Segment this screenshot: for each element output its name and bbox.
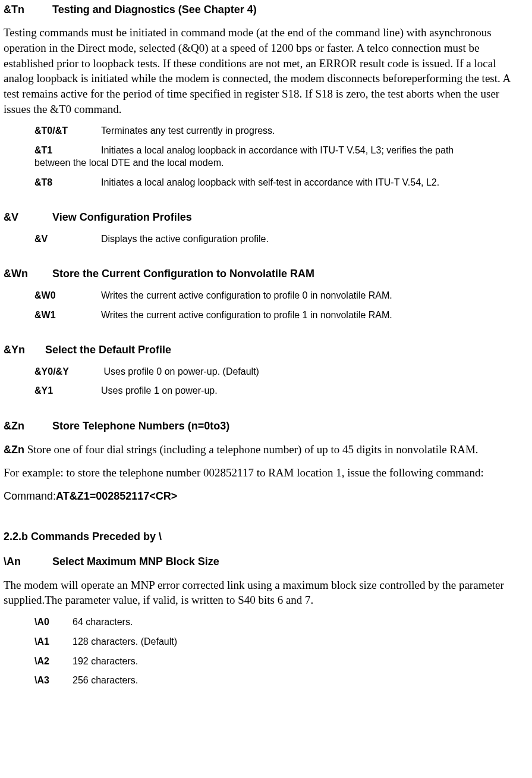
an-entry-0-cmd: \A0: [34, 616, 73, 629]
zn-para1-text: Store one of four dial strings (includin…: [24, 443, 479, 456]
heading-yn: &YnSelect the Default Profile: [4, 343, 528, 357]
wn-entry-0-cmd: &W0: [34, 290, 101, 302]
wn-entry-0-desc: Writes the current active configuration …: [101, 290, 392, 300]
tn-entry-0-cmd: &T0/&T: [34, 125, 101, 137]
heading-tn-title: Testing and Diagnostics (See Chapter 4): [52, 4, 257, 15]
heading-tn-cmd: &Tn: [4, 2, 52, 17]
tn-entry-0: &T0/&TTerminates any test currently in p…: [34, 125, 528, 137]
an-para: The modem will operate an MNP error corr…: [4, 578, 528, 608]
v-entry-0: &VDisplays the active configuration prof…: [34, 233, 528, 246]
tn-para: Testing commands must be initiated in co…: [4, 25, 528, 117]
an-entry-0-desc: 64 characters.: [73, 617, 133, 627]
v-entry-0-cmd: &V: [34, 233, 101, 246]
heading-zn-cmd: &Zn: [4, 419, 52, 433]
heading-tn: &TnTesting and Diagnostics (See Chapter …: [4, 2, 528, 17]
zn-para1: &Zn Store one of four dial strings (incl…: [4, 442, 528, 457]
heading-wn-title: Store the Current Configuration to Nonvo…: [52, 268, 314, 280]
v-entry-0-desc: Displays the active configuration profil…: [101, 234, 269, 244]
heading-an-title: Select Maximum MNP Block Size: [52, 556, 219, 567]
an-entry-2-desc: 192 characters.: [73, 656, 138, 666]
an-entry-3-desc: 256 characters.: [73, 675, 138, 685]
tn-entry-1-desc-a: Initiates a local analog loopback in acc…: [101, 145, 454, 155]
wn-entry-1-cmd: &W1: [34, 309, 101, 322]
heading-v-cmd: &V: [4, 210, 52, 224]
zn-para1-cmd: &Zn: [4, 444, 24, 456]
an-entry-2: \A2192 characters.: [34, 655, 528, 668]
heading-v: &VView Configuration Profiles: [4, 210, 528, 224]
yn-entry-0: &Y0/&Y Uses profile 0 on power-up. (Defa…: [34, 366, 528, 378]
an-entry-1-cmd: \A1: [34, 636, 73, 648]
yn-entry-0-cmd: &Y0/&Y: [34, 366, 101, 378]
wn-entry-0: &W0Writes the current active configurati…: [34, 290, 528, 302]
heading-wn: &WnStore the Current Configuration to No…: [4, 266, 528, 281]
zn-para2: For example: to store the telephone numb…: [4, 465, 528, 481]
wn-entry-1: &W1Writes the current active configurati…: [34, 309, 528, 322]
an-entry-2-cmd: \A2: [34, 655, 73, 668]
heading-yn-title: Select the Default Profile: [45, 344, 171, 356]
tn-entry-1-cmd: &T1: [34, 145, 101, 157]
heading-an: \AnSelect Maximum MNP Block Size: [4, 554, 528, 569]
tn-entry-2: &T8Initiates a local analog loopback wit…: [34, 177, 528, 189]
tn-entry-1-desc-b: between the local DTE and the local mode…: [34, 158, 223, 168]
tn-entry-1: &T1Initiates a local analog loopback in …: [34, 145, 528, 170]
heading-yn-cmd: &Yn: [4, 343, 45, 357]
heading-v-title: View Configuration Profiles: [52, 211, 192, 223]
an-entry-1-desc: 128 characters. (Default): [73, 636, 177, 647]
yn-entry-1-cmd: &Y1: [34, 385, 101, 397]
section-22b: 2.2.b Commands Preceded by \: [4, 529, 528, 544]
heading-an-cmd: \An: [4, 554, 52, 569]
an-entry-1: \A1128 characters. (Default): [34, 636, 528, 648]
heading-zn: &ZnStore Telephone Numbers (n=0to3): [4, 419, 528, 433]
tn-entry-2-desc: Initiates a local analog loopback with s…: [101, 177, 439, 187]
heading-wn-cmd: &Wn: [4, 266, 52, 281]
yn-entry-1-desc: Uses profile 1 on power-up.: [101, 385, 218, 396]
an-entry-3: \A3256 characters.: [34, 675, 528, 687]
tn-entry-2-cmd: &T8: [34, 177, 101, 189]
wn-entry-1-desc: Writes the current active configuration …: [101, 310, 392, 320]
heading-zn-title: Store Telephone Numbers (n=0to3): [52, 420, 229, 432]
zn-cmdline-label: Command:: [4, 490, 56, 502]
zn-cmdline-value: AT&Z1=002852117<CR>: [56, 490, 177, 502]
tn-entry-0-desc: Terminates any test currently in progres…: [101, 126, 275, 136]
yn-entry-0-desc: Uses profile 0 on power-up. (Default): [101, 366, 259, 377]
an-entry-3-cmd: \A3: [34, 675, 73, 687]
zn-cmdline: Command:AT&Z1=002852117<CR>: [4, 489, 528, 503]
yn-entry-1: &Y1Uses profile 1 on power-up.: [34, 385, 528, 397]
an-entry-0: \A064 characters.: [34, 616, 528, 629]
